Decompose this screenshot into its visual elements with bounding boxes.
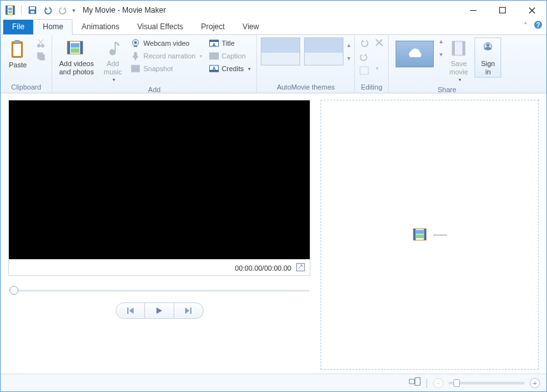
svg-rect-48 <box>127 308 128 314</box>
svg-point-15 <box>38 44 41 48</box>
automovie-theme-1[interactable] <box>261 37 300 65</box>
qat-customize-icon[interactable]: ▾ <box>73 8 75 13</box>
share-cloud-button[interactable] <box>392 37 437 69</box>
rotate-right-icon[interactable] <box>359 51 369 62</box>
save-movie-button[interactable]: Save movie▾ <box>445 37 472 84</box>
snapshot-icon <box>130 64 141 74</box>
svg-rect-20 <box>67 41 70 54</box>
svg-rect-8 <box>470 10 476 11</box>
title-button[interactable]: ATitle <box>207 37 253 49</box>
svg-rect-32 <box>138 65 140 72</box>
status-bar: | − + <box>1 374 546 391</box>
undo-icon[interactable] <box>41 3 55 17</box>
tab-view[interactable]: View <box>233 20 268 34</box>
svg-rect-54 <box>416 234 424 238</box>
credits-button[interactable]: ACredits▾ <box>207 63 253 74</box>
group-clipboard: Paste Clipboard <box>1 35 52 93</box>
maximize-button[interactable] <box>488 1 517 20</box>
tab-visual-effects[interactable]: Visual Effects <box>128 20 192 34</box>
add-videos-photos-button[interactable]: Add videos and photos <box>56 37 97 78</box>
app-window: ▾ My Movie - Movie Maker File Home Anima… <box>0 0 547 392</box>
playback-time: 00:00.00/00:00.00 <box>235 264 291 272</box>
svg-rect-41 <box>360 67 368 74</box>
zoom-out-button[interactable]: − <box>433 378 443 388</box>
tab-animations[interactable]: Animations <box>73 20 128 34</box>
rotate-left-icon[interactable] <box>359 37 369 48</box>
svg-rect-51 <box>413 229 416 240</box>
themes-scroll-down-icon[interactable]: ▾ <box>347 55 350 62</box>
group-automovie: ▴ ▾ AutoMovie themes <box>257 35 355 93</box>
fullscreen-icon[interactable] <box>296 263 305 273</box>
caption-button[interactable]: Caption <box>207 50 253 62</box>
svg-rect-6 <box>30 7 35 10</box>
svg-point-46 <box>487 44 490 47</box>
app-icon <box>3 3 17 17</box>
title-bar: ▾ My Movie - Movie Maker <box>1 1 546 20</box>
zoom-in-button[interactable]: + <box>530 378 540 388</box>
group-editing: ▾ Editing <box>355 35 389 93</box>
minimize-button[interactable] <box>459 1 488 20</box>
share-scroll-up-icon[interactable]: ▴ <box>440 37 443 44</box>
themes-scroll-up-icon[interactable]: ▴ <box>347 41 350 48</box>
copy-button[interactable] <box>34 50 48 62</box>
share-scroll-down-icon[interactable]: ▾ <box>440 51 443 58</box>
delete-icon[interactable] <box>374 37 384 48</box>
seek-slider[interactable] <box>10 285 309 296</box>
storyboard-pane[interactable] <box>321 100 539 370</box>
svg-rect-22 <box>71 43 80 48</box>
preview-box: 00:00.00/00:00.00 <box>8 100 310 276</box>
window-controls <box>459 1 546 20</box>
ribbon: Paste Clipboard Add videos and photos Ad… <box>1 35 546 93</box>
svg-point-16 <box>41 44 45 48</box>
microphone-icon <box>130 51 141 61</box>
svg-rect-52 <box>424 229 426 240</box>
svg-point-26 <box>134 41 137 44</box>
next-frame-button[interactable] <box>174 302 204 319</box>
webcam-video-button[interactable]: Webcam video <box>128 37 204 49</box>
svg-rect-9 <box>500 8 506 13</box>
close-button[interactable] <box>517 1 546 20</box>
svg-rect-2 <box>13 6 15 15</box>
cloud-icon <box>404 47 426 61</box>
cut-button[interactable] <box>34 37 48 49</box>
help-icon[interactable]: ? <box>534 20 543 32</box>
tab-home[interactable]: Home <box>33 19 73 35</box>
select-all-icon[interactable] <box>359 65 369 76</box>
content-area: 00:00.00/00:00.00 <box>1 93 546 374</box>
scissors-icon <box>36 38 46 48</box>
window-title: My Movie - Movie Maker <box>83 6 459 15</box>
sign-in-button[interactable]: Sign in <box>474 37 501 78</box>
svg-rect-43 <box>452 41 455 55</box>
ribbon-collapse-icon[interactable]: ˄ <box>523 22 527 30</box>
svg-point-24 <box>110 50 115 55</box>
tab-file[interactable]: File <box>3 20 33 34</box>
credits-icon: A <box>209 64 219 74</box>
automovie-theme-2[interactable] <box>304 37 343 65</box>
svg-rect-1 <box>6 6 8 15</box>
paste-button[interactable]: Paste <box>4 37 31 71</box>
svg-rect-47 <box>297 264 305 271</box>
title-icon: A <box>209 38 219 48</box>
play-button[interactable] <box>145 302 174 319</box>
add-music-button[interactable]: Add music▾ <box>99 37 126 84</box>
webcam-icon <box>130 38 141 48</box>
svg-rect-57 <box>415 377 420 385</box>
ribbon-tabs: File Home Animations Visual Effects Proj… <box>1 20 546 35</box>
svg-rect-21 <box>80 41 83 54</box>
zoom-slider[interactable] <box>448 382 525 384</box>
thumbnail-size-icon[interactable] <box>409 377 420 389</box>
redo-icon[interactable] <box>56 3 70 17</box>
svg-text:?: ? <box>536 22 540 29</box>
save-icon[interactable] <box>25 3 39 17</box>
svg-rect-23 <box>71 48 80 53</box>
tab-project[interactable]: Project <box>192 20 233 34</box>
svg-rect-29 <box>135 58 136 60</box>
prev-frame-button[interactable] <box>116 302 145 319</box>
svg-rect-27 <box>134 46 137 47</box>
snapshot-button[interactable]: Snapshot <box>128 63 204 74</box>
video-preview <box>9 100 310 259</box>
preview-pane: 00:00.00/00:00.00 <box>8 100 310 370</box>
record-narration-button[interactable]: Record narration▾ <box>128 50 204 62</box>
caption-icon <box>209 51 219 61</box>
quick-access-toolbar: ▾ <box>3 3 75 17</box>
